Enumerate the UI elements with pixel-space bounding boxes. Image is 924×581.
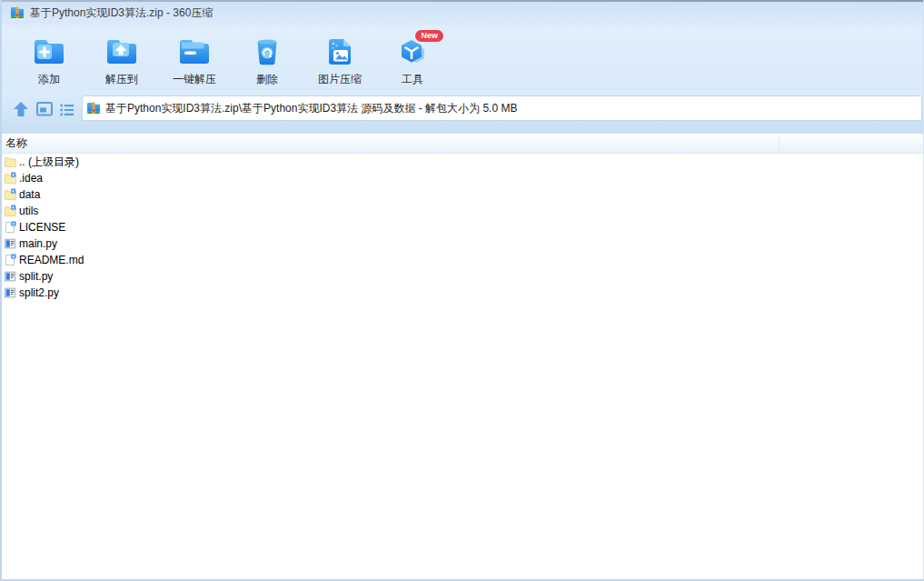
folder-icon xyxy=(4,188,16,201)
file-list: .. (上级目录) .idea data utils LICENSE main.… xyxy=(2,154,923,301)
file-row[interactable]: split2.py xyxy=(2,285,923,301)
file-row[interactable]: .. (上级目录) xyxy=(2,154,923,170)
one-click-extract-icon xyxy=(176,34,213,70)
add-folder-icon xyxy=(31,34,67,70)
file-name: LICENSE xyxy=(19,221,65,234)
file-row[interactable]: split.py xyxy=(2,268,923,285)
file-name: main.py xyxy=(19,237,57,250)
file-name: .. (上级目录) xyxy=(19,155,79,170)
file-name: split2.py xyxy=(19,286,59,299)
archive-path: 基于Python实现ID3算法.zip\基于Python实现ID3算法 源码及数… xyxy=(105,101,517,116)
toolbar-button-delete[interactable]: 删除 xyxy=(231,28,303,90)
file-row[interactable]: main.py xyxy=(2,235,923,252)
trash-recycle-icon xyxy=(249,34,285,70)
toolbar-button-label: 添加 xyxy=(38,72,60,87)
list-view-icon[interactable] xyxy=(59,102,75,118)
panel-view-icon[interactable] xyxy=(35,100,54,118)
file-row[interactable]: README.md xyxy=(2,252,923,268)
up-arrow-icon[interactable] xyxy=(12,100,30,118)
column-header-name[interactable]: 名称 xyxy=(2,135,27,151)
folder-icon xyxy=(4,172,16,185)
python-file-icon xyxy=(4,237,16,250)
column-header-row: 名称 xyxy=(2,134,923,154)
file-icon xyxy=(4,221,16,234)
file-row[interactable]: LICENSE xyxy=(2,219,923,235)
extract-to-icon xyxy=(104,34,140,70)
toolbar-button-extract-to[interactable]: 解压到 xyxy=(85,28,158,90)
toolbar-button-label: 图片压缩 xyxy=(318,72,362,87)
file-row[interactable]: .idea xyxy=(2,170,923,186)
title-bar: 基于Python实现ID3算法.zip - 360压缩 xyxy=(2,0,923,25)
navigation-bar: 基于Python实现ID3算法.zip\基于Python实现ID3算法 源码及数… xyxy=(2,91,923,134)
zip-file-icon xyxy=(10,5,25,20)
new-badge: New xyxy=(415,30,443,42)
python-file-icon xyxy=(4,270,16,283)
toolbar-button-image-compress[interactable]: 图片压缩 xyxy=(303,28,376,90)
file-name: README.md xyxy=(19,254,84,266)
file-name: data xyxy=(19,188,40,201)
toolbar-button-label: 删除 xyxy=(256,72,278,87)
file-name: split.py xyxy=(19,270,53,283)
toolbar-button-label: 解压到 xyxy=(105,72,138,87)
toolbar-button-one-click-extract[interactable]: 一键解压 xyxy=(158,28,231,90)
toolbar-button-tools[interactable]: 工具 New xyxy=(376,28,449,90)
folder-icon xyxy=(4,205,16,217)
file-icon xyxy=(4,254,16,266)
address-bar[interactable]: 基于Python实现ID3算法.zip\基于Python实现ID3算法 源码及数… xyxy=(82,95,922,121)
file-name: utils xyxy=(19,205,38,217)
file-row[interactable]: utils xyxy=(2,203,923,219)
window-top-edge xyxy=(2,0,923,2)
column-divider[interactable] xyxy=(779,136,780,150)
file-name: .idea xyxy=(19,172,43,185)
python-file-icon xyxy=(4,286,16,299)
toolbar-button-label: 工具 xyxy=(402,72,423,87)
toolbar-button-add[interactable]: 添加 xyxy=(13,28,85,90)
toolbar: 添加 解压到 一键解压 删除 图片压缩 工具 New xyxy=(2,25,923,91)
parent-folder-icon xyxy=(4,155,16,168)
app-window: 基于Python实现ID3算法.zip - 360压缩 添加 解压到 一键解压 … xyxy=(0,0,924,581)
zip-file-icon xyxy=(86,101,101,115)
window-title: 基于Python实现ID3算法.zip - 360压缩 xyxy=(30,5,213,21)
file-row[interactable]: data xyxy=(2,186,923,203)
toolbar-button-label: 一键解压 xyxy=(173,72,216,87)
image-compress-icon xyxy=(322,34,358,70)
